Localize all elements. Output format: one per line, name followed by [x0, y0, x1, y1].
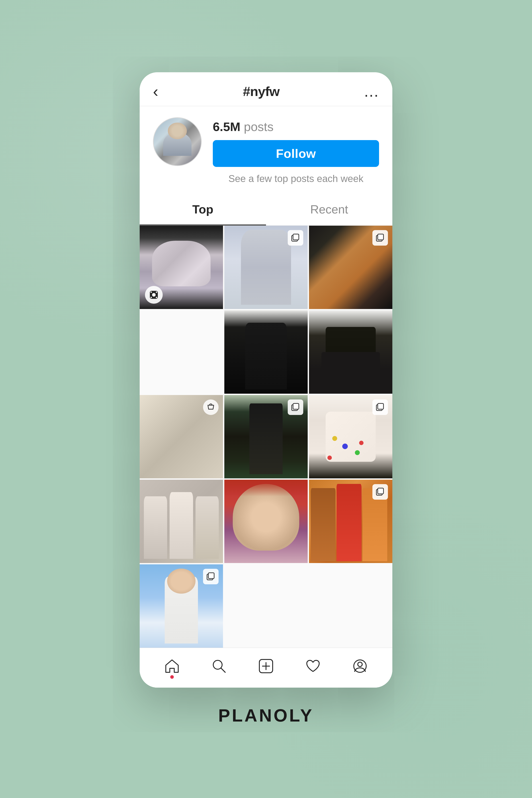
grid-item-1[interactable]	[140, 226, 223, 309]
search-icon	[211, 658, 227, 677]
multi-icon-8	[373, 399, 388, 415]
svg-point-5	[156, 297, 157, 298]
page-title: #nyfw	[243, 84, 280, 99]
profile-section: 6.5M posts Follow See a few top posts ea…	[140, 106, 392, 193]
avatar	[153, 117, 202, 166]
count-label: posts	[244, 120, 273, 134]
svg-rect-9	[378, 234, 383, 240]
nav-activity[interactable]	[301, 656, 325, 679]
grid-item-4[interactable]	[224, 310, 308, 394]
svg-point-21	[358, 662, 362, 667]
follow-button[interactable]: Follow	[213, 140, 379, 167]
phone-frame: ‹ #nyfw ... 6.5M posts Follow See a few …	[140, 72, 392, 688]
count-value: 6.5M	[213, 120, 241, 134]
grid-item-9[interactable]	[140, 480, 223, 563]
bottom-navigation	[140, 648, 392, 688]
grid-image-5	[309, 310, 392, 394]
avatar-image	[154, 118, 201, 165]
tab-top[interactable]: Top	[140, 193, 266, 225]
multi-icon-11	[373, 484, 388, 500]
more-options-button[interactable]: ...	[364, 88, 379, 95]
grid-image-10	[224, 480, 308, 563]
nav-create[interactable]	[253, 656, 279, 679]
svg-rect-13	[378, 403, 383, 409]
nav-search[interactable]	[207, 656, 231, 679]
posts-count: 6.5M posts	[213, 119, 379, 134]
header: ‹ #nyfw ...	[140, 72, 392, 106]
back-button[interactable]: ‹	[153, 83, 158, 99]
grid-item-5[interactable]	[309, 310, 392, 394]
multi-icon-2	[288, 230, 303, 246]
grid-image-4	[224, 310, 308, 394]
grid-item-11[interactable]	[309, 480, 392, 563]
nav-profile[interactable]	[347, 656, 373, 679]
grid-item-2[interactable]	[224, 226, 308, 309]
svg-point-1	[152, 293, 156, 297]
nav-home[interactable]	[159, 656, 185, 679]
profile-icon	[352, 658, 368, 677]
tabs-bar: Top Recent	[140, 193, 392, 226]
grid-item-6[interactable]	[140, 395, 223, 478]
svg-rect-7	[293, 234, 299, 240]
grid-item-12[interactable]	[140, 564, 223, 648]
svg-point-4	[151, 297, 152, 298]
multi-icon-12	[203, 569, 218, 584]
grid-item-3[interactable]	[309, 226, 392, 309]
multi-icon-7	[288, 399, 303, 415]
reel-icon-1	[145, 286, 163, 304]
brand-label: PLANOLY	[218, 705, 314, 726]
home-icon	[164, 658, 180, 677]
profile-info: 6.5M posts Follow See a few top posts ea…	[213, 117, 379, 184]
grid-item-10[interactable]	[224, 480, 308, 563]
svg-rect-15	[378, 488, 383, 494]
grid-image-9	[140, 480, 223, 563]
multi-icon-3	[373, 230, 388, 246]
grid-item-7[interactable]	[224, 395, 308, 478]
svg-rect-11	[293, 403, 299, 409]
home-dot	[170, 675, 174, 679]
photo-grid	[140, 226, 392, 648]
shop-icon-6	[203, 399, 218, 415]
heart-icon	[305, 658, 321, 677]
grid-item-8[interactable]	[309, 395, 392, 478]
svg-point-2	[151, 291, 152, 293]
create-icon	[258, 658, 274, 677]
svg-rect-17	[208, 573, 214, 578]
svg-point-3	[156, 291, 157, 293]
tab-recent[interactable]: Recent	[266, 193, 392, 225]
tagline-text: See a few top posts each week	[213, 173, 379, 184]
